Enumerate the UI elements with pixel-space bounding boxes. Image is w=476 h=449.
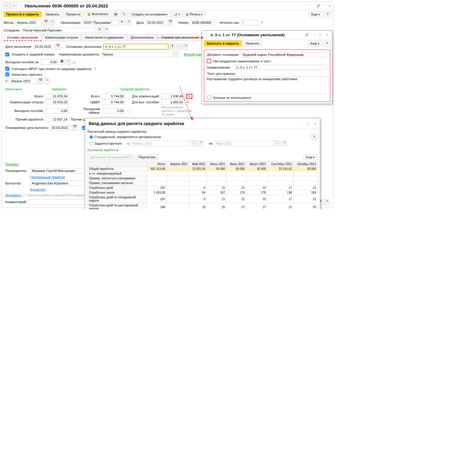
month-input[interactable] xyxy=(15,20,42,25)
month-updown-button[interactable]: ÷ xyxy=(50,20,55,26)
not-used-checkbox[interactable] xyxy=(207,96,211,99)
popup2-kebab-icon[interactable]: ⋮ xyxy=(300,122,304,126)
severance-calc-button[interactable]: ▦ xyxy=(59,59,65,65)
dismiss-date-input[interactable] xyxy=(33,44,54,49)
proch-input[interactable] xyxy=(46,117,69,122)
more-button[interactable]: Еще xyxy=(309,11,323,17)
order-text-label: Текст для приказа: xyxy=(207,72,236,75)
fix-link[interactable]: Исправить xyxy=(5,193,21,197)
tab-accruals[interactable]: Начисления и удержания xyxy=(82,34,127,41)
comp-input[interactable] xyxy=(161,94,185,99)
basis-open-button[interactable]: ↗ xyxy=(183,44,188,50)
popup2-help-button[interactable]: ? xyxy=(310,134,318,140)
docname-input[interactable] xyxy=(101,52,172,57)
basis-dropdown-button[interactable]: ▾ xyxy=(170,44,175,50)
tab-additional[interactable]: Дополнительно xyxy=(127,34,157,41)
recalc-button[interactable]: Перечитать xyxy=(136,154,158,160)
link-icon[interactable]: 🔗 xyxy=(316,4,320,8)
pogash-input[interactable] xyxy=(102,108,125,113)
komp-otp-input[interactable] xyxy=(46,99,69,105)
print-button[interactable]: 🖨 Печать xyxy=(183,11,205,17)
popup1-link-icon[interactable]: 🔗 xyxy=(305,33,309,37)
post-button[interactable]: Провести xyxy=(63,11,83,17)
org-open-button[interactable]: ↗ xyxy=(126,20,131,26)
vyh-input[interactable] xyxy=(46,108,69,113)
star-icon[interactable]: ☆ xyxy=(19,3,23,9)
from-calendar-button[interactable]: 📅 xyxy=(38,78,43,84)
org-input[interactable] xyxy=(82,20,118,25)
mrot-help[interactable]: ? xyxy=(94,67,96,71)
accrue-checkbox[interactable] xyxy=(5,72,9,76)
total1-input[interactable] xyxy=(46,94,69,99)
doc-basis-input[interactable] xyxy=(241,52,327,57)
date-calendar-button[interactable]: 📅 xyxy=(168,20,173,26)
docname-ellipsis-button[interactable]: … xyxy=(173,51,179,57)
order-text-input[interactable] xyxy=(205,76,329,94)
vyh-pos-input[interactable] xyxy=(161,99,185,105)
severance-input[interactable] xyxy=(40,59,58,65)
popup2-close-icon[interactable]: ✕ xyxy=(314,122,316,126)
earnings-table[interactable]: ИтогоАпрель 2021Май 2021Июнь 2021Июль 20… xyxy=(88,162,318,209)
popup1-kebab-icon[interactable]: ⋮ xyxy=(312,33,316,37)
from-input[interactable] xyxy=(10,78,37,84)
popup1-close-icon[interactable]: ✕ xyxy=(326,33,329,37)
date-input[interactable] xyxy=(146,20,166,25)
ndfl-input[interactable] xyxy=(102,99,125,105)
accountant-pos-link[interactable]: Бухгалтер xyxy=(30,188,45,191)
post-close-button[interactable]: Провести и закрыть xyxy=(4,11,42,17)
employee-input[interactable] xyxy=(22,28,96,33)
basis-input[interactable] xyxy=(103,44,169,50)
close-icon[interactable]: ✕ xyxy=(329,4,331,8)
number-label: Номер: xyxy=(178,21,189,24)
radio-manual[interactable] xyxy=(89,142,93,146)
from-updown-button[interactable]: ÷ xyxy=(44,78,50,84)
popup2-maximize-icon[interactable]: ☐ xyxy=(307,122,310,126)
popup1-save-button[interactable]: Записать xyxy=(243,40,262,46)
nonstd-checkbox[interactable] xyxy=(207,59,211,63)
report-icon-button[interactable]: 📊 xyxy=(172,11,182,17)
print-as-input[interactable] xyxy=(241,20,258,25)
tab-conditions[interactable]: Условия увольнения xyxy=(4,34,41,41)
radio-standard[interactable] xyxy=(89,135,93,139)
popup1-save-close-button[interactable]: Записать и закрыть xyxy=(204,40,242,46)
basis-popup: ☆ п. 3 ч. 1 ст. 77 (Основание увольнения… xyxy=(202,31,332,104)
vyh-pos-edit-icon[interactable]: ✎ xyxy=(186,100,192,104)
plan-date-calendar-button[interactable]: 📅 xyxy=(72,125,77,131)
pay-button[interactable]: 💰 Выплатить xyxy=(84,11,111,17)
manager-label: Руководитель: xyxy=(5,169,29,173)
total2-input[interactable] xyxy=(102,94,125,99)
employee-dropdown-button[interactable]: ▾ xyxy=(97,27,102,33)
popup1-help-button[interactable]: ? xyxy=(323,40,330,46)
create-based-button[interactable]: Создать на основании xyxy=(129,11,171,17)
name-input[interactable] xyxy=(235,65,327,70)
dismiss-date-calendar-button[interactable]: 📅 xyxy=(55,44,61,50)
info-icon[interactable]: i xyxy=(127,109,131,113)
comment-open-button[interactable]: ↗ xyxy=(324,199,329,205)
month-calendar-button[interactable]: 📅 xyxy=(43,20,49,26)
save-button[interactable]: Записать xyxy=(43,11,62,17)
attach-icon-button[interactable]: 📎 xyxy=(120,11,128,17)
org-dropdown-button[interactable]: ▾ xyxy=(119,20,125,26)
mrot-checkbox[interactable] xyxy=(5,67,9,71)
plan-date-input[interactable] xyxy=(50,125,71,130)
basis-ellipsis-button[interactable]: … xyxy=(176,44,182,50)
kebab-icon[interactable]: ⋮ xyxy=(323,4,326,8)
number-input[interactable] xyxy=(191,20,214,25)
tab-certificates[interactable]: Справки при увольнении xyxy=(158,34,202,41)
manager-pos-link[interactable]: Генеральный директор xyxy=(30,175,65,179)
severance-updown-button[interactable]: ÷ xyxy=(66,59,71,65)
popup1-more-button[interactable]: Еще xyxy=(308,40,322,46)
popup1-maximize-icon[interactable]: ☐ xyxy=(319,33,322,37)
nav-back-button[interactable]: ← xyxy=(4,3,10,9)
workbook-checkbox[interactable] xyxy=(5,53,9,56)
fix-info-icon[interactable]: i xyxy=(23,193,27,197)
help-button[interactable]: ? xyxy=(324,11,331,17)
popup2-more-button[interactable]: Еще xyxy=(303,154,318,160)
comp-edit-icon[interactable]: ✎ xyxy=(186,94,192,99)
list-icon-button[interactable]: ▤ xyxy=(112,11,119,17)
tab-compensation[interactable]: Компенсации отпуска xyxy=(42,34,81,41)
nav-forward-button[interactable]: → xyxy=(11,3,17,9)
popup1-star-icon[interactable]: ☆ xyxy=(205,32,209,38)
employee-open-button[interactable]: ↗ xyxy=(104,27,109,33)
print-as-help[interactable]: ? xyxy=(261,21,263,24)
